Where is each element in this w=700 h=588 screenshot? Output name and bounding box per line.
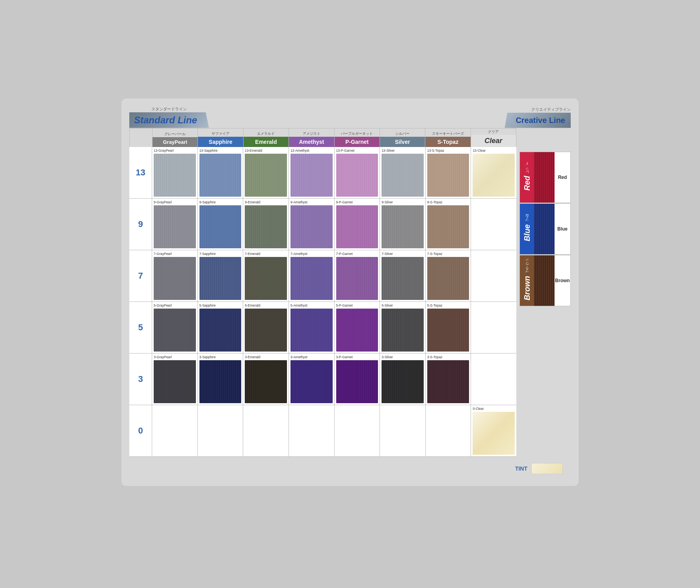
cell-5-clear: [471, 302, 516, 353]
silver-en: Silver: [380, 137, 425, 147]
cell-13-pgarnet[interactable]: 13-P-Garnet: [335, 147, 380, 198]
cell-13-amethyst[interactable]: 13-Amethyst: [289, 147, 335, 198]
cell-13-graypearl[interactable]: 13-GrayPearl: [152, 147, 198, 198]
cell-9-silver[interactable]: 9-Silver: [380, 199, 426, 250]
cell-13-stopaz[interactable]: 13-S-Topaz: [426, 147, 471, 198]
cell-5-silver[interactable]: 5-Silver: [380, 302, 426, 353]
emerald-jp: エメラルド: [257, 130, 275, 137]
top-header: スタンダードライン Standard Line クリエイティブライン Creat…: [129, 106, 571, 128]
row-5: 5 5-GrayPearl 5-Sapphire 5-Emerald: [129, 302, 516, 354]
column-headers-row: グレーパール GrayPearl サファイア Sapphire エメラルド Em…: [129, 128, 516, 147]
creative-tab-blue: ブルー Blue: [520, 204, 534, 254]
row-label-0: 0: [129, 405, 152, 456]
col-header-emerald: エメラルド Emerald: [244, 128, 289, 147]
creative-swatch-brown: [534, 255, 555, 306]
cell-7-clear: [471, 250, 516, 301]
cell-7-pgarnet[interactable]: 7-P-Garnet: [335, 250, 380, 301]
cell-0-graypearl: [152, 405, 198, 456]
sapphire-jp: サファイア: [212, 130, 229, 137]
swatch-13-sapphire: [199, 154, 242, 197]
swatch-3-stopaz: [427, 360, 469, 403]
creative-brown-en: Brown: [523, 276, 532, 300]
cell-tag-3-graypearl: 3-GrayPearl: [154, 355, 196, 359]
creative-item-red[interactable]: レッド Red Red: [519, 152, 571, 203]
cell-tag-13-graypearl: 13-GrayPearl: [154, 149, 196, 153]
cell-3-emerald[interactable]: 3-Emerald: [243, 354, 289, 405]
cell-7-sapphire[interactable]: 7-Sapphire: [198, 250, 244, 301]
row-3-cells: 3-GrayPearl 3-Sapphire 3-Emerald 3-Ameth…: [152, 354, 516, 405]
cell-tag-0-clear: 0-Clear: [473, 407, 515, 411]
cell-5-stopaz[interactable]: 5-S-Topaz: [426, 302, 471, 353]
swatch-3-silver: [382, 360, 424, 403]
col-header-silver: シルバー Silver: [380, 128, 425, 147]
cell-7-amethyst[interactable]: 7-Amethyst: [289, 250, 335, 301]
swatch-5-amethyst: [290, 309, 333, 352]
cell-3-silver[interactable]: 3-Silver: [380, 354, 426, 405]
creative-item-brown[interactable]: ブラウン Brown Brown: [519, 255, 571, 306]
cell-tag-13-stopaz: 13-S-Topaz: [427, 149, 469, 153]
pgarnet-en: P-Garnet: [335, 137, 380, 147]
cell-tag-3-emerald: 3-Emerald: [245, 355, 287, 359]
cell-3-graypearl[interactable]: 3-GrayPearl: [152, 354, 198, 405]
cell-0-emerald: [243, 405, 289, 456]
row-label-5: 5: [129, 302, 152, 353]
row-9-cells: 9-GrayPearl 9-Sapphire 9-Emerald 9-Ameth…: [152, 199, 516, 250]
creative-item-blue[interactable]: ブルー Blue Blue: [519, 203, 571, 255]
cell-5-pgarnet[interactable]: 5-P-Garnet: [335, 302, 380, 353]
cell-3-amethyst[interactable]: 3-Amethyst: [289, 354, 335, 405]
cell-5-emerald[interactable]: 5-Emerald: [243, 302, 289, 353]
row-3: 3 3-GrayPearl 3-Sapphire 3-Emerald: [129, 354, 516, 405]
cell-7-emerald[interactable]: 7-Emerald: [243, 250, 289, 301]
creative-label-blue: Blue: [555, 204, 570, 254]
cell-7-stopaz[interactable]: 7-S-Topaz: [426, 250, 471, 301]
cell-13-silver[interactable]: 13-Silver: [380, 147, 426, 198]
swatch-9-graypearl: [154, 205, 196, 248]
cell-5-sapphire[interactable]: 5-Sapphire: [198, 302, 244, 353]
creative-blue-jp: ブルー: [525, 216, 530, 224]
swatch-5-silver: [382, 309, 424, 352]
cell-3-pgarnet[interactable]: 3-P-Garnet: [335, 354, 380, 405]
cell-0-amethyst: [289, 405, 335, 456]
creative-tab-red: レッド Red: [520, 152, 534, 203]
col-header-sapphire: サファイア Sapphire: [198, 128, 243, 147]
creative-line-title: Creative Line: [516, 116, 565, 125]
cell-0-clear[interactable]: 0-Clear: [471, 405, 516, 456]
col-header-graypearl: グレーパール GrayPearl: [153, 128, 198, 147]
cell-tag-3-pgarnet: 3-P-Garnet: [336, 355, 378, 359]
graypearl-jp: グレーパール: [164, 131, 186, 137]
row-0-cells: 0-Clear: [152, 405, 516, 456]
cell-13-sapphire[interactable]: 13-Sapphire: [198, 147, 244, 198]
cell-7-silver[interactable]: 7-Silver: [380, 250, 426, 301]
cell-tag-5-stopaz: 5-S-Topaz: [427, 303, 469, 307]
cell-3-stopaz[interactable]: 3-S-Topaz: [426, 354, 471, 405]
cell-3-sapphire[interactable]: 3-Sapphire: [198, 354, 244, 405]
swatch-3-amethyst: [290, 360, 333, 403]
row-9: 9 9-GrayPearl 9-Sapphire 9-Emerald: [129, 199, 516, 250]
cell-tag-7-amethyst: 7-Amethyst: [290, 252, 333, 256]
cell-9-emerald[interactable]: 9-Emerald: [243, 199, 289, 250]
cell-tag-13-emerald: 13-Emerald: [245, 149, 287, 153]
cell-9-sapphire[interactable]: 9-Sapphire: [198, 199, 244, 250]
cell-9-pgarnet[interactable]: 9-P-Garnet: [335, 199, 380, 250]
cell-0-stopaz: [426, 405, 471, 456]
swatch-3-graypearl: [154, 360, 196, 403]
row-label-7: 7: [129, 250, 152, 301]
swatch-9-emerald: [245, 205, 287, 248]
cell-9-stopaz[interactable]: 9-S-Topaz: [426, 199, 471, 250]
cell-tag-7-silver: 7-Silver: [382, 252, 424, 256]
cell-9-amethyst[interactable]: 9-Amethyst: [289, 199, 335, 250]
cell-13-emerald[interactable]: 13-Emerald: [243, 147, 289, 198]
cell-5-graypearl[interactable]: 5-GrayPearl: [152, 302, 198, 353]
creative-line-banner: Creative Line: [505, 113, 571, 128]
cell-tag-7-stopaz: 7-S-Topaz: [427, 252, 469, 256]
creative-sidebar: レッド Red Red ブルー Blue Blue ブラウン Brown: [519, 152, 571, 457]
cell-5-amethyst[interactable]: 5-Amethyst: [289, 302, 335, 353]
cell-13-clear[interactable]: 13-Clear: [471, 147, 516, 198]
swatch-13-clear: [473, 154, 515, 197]
creative-label-brown: Brown: [555, 255, 570, 306]
cell-0-pgarnet: [335, 405, 380, 456]
cell-9-graypearl[interactable]: 9-GrayPearl: [152, 199, 198, 250]
creative-label-red: Red: [555, 152, 570, 203]
cell-tag-9-amethyst: 9-Amethyst: [290, 200, 333, 204]
cell-7-graypearl[interactable]: 7-GrayPearl: [152, 250, 198, 301]
